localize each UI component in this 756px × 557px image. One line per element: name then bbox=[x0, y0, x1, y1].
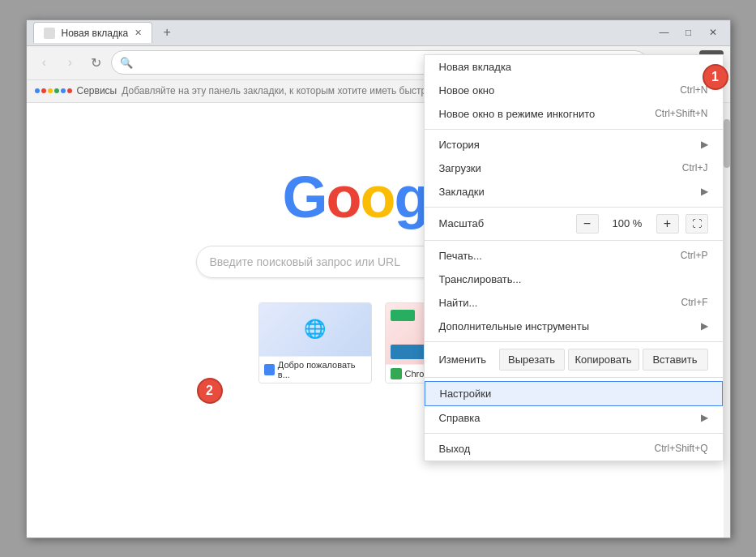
back-button[interactable]: ‹ bbox=[33, 51, 56, 74]
annotation-1: 1 bbox=[703, 64, 728, 90]
reload-button[interactable]: ↻ bbox=[85, 51, 108, 74]
menu-item-incognito-label: Новое окно в режиме инкогнито bbox=[439, 108, 596, 120]
bookmarks-bar-message: Добавляйте на эту панель закладки, к кот… bbox=[122, 85, 434, 96]
menu-item-print-shortcut: Ctrl+P bbox=[681, 250, 708, 261]
tab-close-button[interactable]: ✕ bbox=[135, 28, 142, 38]
edit-label: Изменить bbox=[439, 353, 496, 366]
zoom-in-button[interactable]: + bbox=[656, 214, 679, 234]
new-tab-button[interactable]: + bbox=[156, 24, 178, 41]
menu-item-more-tools-label: Дополнительные инструменты bbox=[439, 320, 590, 332]
scrollbar[interactable] bbox=[724, 103, 730, 538]
menu-item-more-tools[interactable]: Дополнительные инструменты ▶ bbox=[425, 315, 723, 338]
menu-item-new-window[interactable]: Новое окно Ctrl+N bbox=[425, 79, 723, 102]
chrome-dropdown-menu: Новая вкладка Новое окно Ctrl+N Новое ок… bbox=[424, 54, 724, 461]
search-placeholder: Введите поисковый запрос или URL bbox=[210, 255, 400, 268]
services-label[interactable]: Сервисы bbox=[77, 85, 117, 96]
menu-divider-3 bbox=[425, 240, 723, 241]
menu-divider-6 bbox=[425, 433, 723, 434]
menu-item-exit[interactable]: Выход Ctrl+Shift+Q bbox=[425, 437, 723, 461]
menu-item-more-tools-arrow: ▶ bbox=[701, 320, 708, 332]
menu-item-cast[interactable]: Транслировать... bbox=[425, 268, 723, 291]
thumbnail-welcome[interactable]: 🌐 Добро пожаловать в... bbox=[258, 302, 372, 383]
menu-item-new-tab[interactable]: Новая вкладка bbox=[425, 55, 723, 79]
services-icon bbox=[35, 88, 72, 93]
logo-o2: o bbox=[360, 165, 394, 229]
menu-item-exit-shortcut: Ctrl+Shift+Q bbox=[654, 443, 707, 454]
menu-item-incognito[interactable]: Новое окно в режиме инкогнито Ctrl+Shift… bbox=[425, 102, 723, 126]
menu-divider-2 bbox=[425, 207, 723, 208]
paste-button[interactable]: Вставить bbox=[643, 349, 708, 371]
close-button[interactable]: ✕ bbox=[703, 24, 724, 41]
menu-item-settings-label: Настройки bbox=[440, 388, 492, 400]
forward-button[interactable]: › bbox=[59, 51, 82, 74]
menu-item-help[interactable]: Справка ▶ bbox=[425, 406, 723, 430]
minimize-button[interactable]: — bbox=[654, 24, 675, 41]
menu-item-exit-label: Выход bbox=[439, 443, 471, 455]
menu-divider-4 bbox=[425, 341, 723, 342]
menu-item-history[interactable]: История ▶ bbox=[425, 133, 723, 156]
menu-item-settings[interactable]: Настройки bbox=[425, 381, 723, 406]
menu-divider-1 bbox=[425, 129, 723, 130]
menu-item-cast-label: Транслировать... bbox=[439, 273, 522, 285]
menu-item-help-arrow: ▶ bbox=[701, 412, 708, 423]
menu-edit-row: Изменить Вырезать Копировать Вставить bbox=[425, 345, 723, 374]
tab-favicon bbox=[44, 28, 55, 39]
thumbnail-welcome-img: 🌐 bbox=[259, 303, 371, 356]
browser-window: Новая вкладка ✕ + — □ ✕ ‹ › ↻ 🔍 ☆ 👤 ⋮ bbox=[26, 19, 731, 538]
zoom-label: Масштаб bbox=[439, 217, 570, 229]
menu-item-new-window-shortcut: Ctrl+N bbox=[680, 84, 707, 96]
menu-item-bookmarks[interactable]: Закладки ▶ bbox=[425, 180, 723, 204]
menu-item-incognito-shortcut: Ctrl+Shift+N bbox=[655, 108, 707, 119]
menu-item-help-label: Справка bbox=[439, 412, 481, 424]
cut-button[interactable]: Вырезать bbox=[499, 349, 565, 371]
menu-item-print[interactable]: Печать... Ctrl+P bbox=[425, 244, 723, 268]
menu-divider-5 bbox=[425, 377, 723, 378]
window-controls: — □ ✕ bbox=[654, 24, 724, 41]
menu-zoom-row: Масштаб − 100 % + ⛶ bbox=[425, 211, 723, 237]
welcome-thumb-icon bbox=[264, 364, 275, 375]
annotation-2: 2 bbox=[197, 378, 223, 404]
menu-item-find-shortcut: Ctrl+F bbox=[681, 297, 708, 308]
menu-item-downloads[interactable]: Загрузки Ctrl+J bbox=[425, 156, 723, 180]
logo-o1: o bbox=[327, 165, 361, 229]
titlebar: Новая вкладка ✕ + — □ ✕ bbox=[27, 20, 730, 46]
menu-item-find-label: Найти... bbox=[439, 297, 478, 309]
thumbnail-welcome-text: Добро пожаловать в... bbox=[278, 360, 366, 379]
zoom-value: 100 % bbox=[605, 217, 650, 229]
maximize-button[interactable]: □ bbox=[678, 24, 699, 41]
zoom-out-button[interactable]: − bbox=[576, 214, 599, 234]
browser-tab[interactable]: Новая вкладка ✕ bbox=[33, 22, 153, 43]
menu-item-new-tab-label: Новая вкладка bbox=[439, 61, 512, 73]
copy-button[interactable]: Копировать bbox=[568, 349, 639, 371]
menu-item-history-arrow: ▶ bbox=[701, 139, 708, 150]
menu-item-find[interactable]: Найти... Ctrl+F bbox=[425, 291, 723, 315]
menu-item-downloads-label: Загрузки bbox=[439, 162, 481, 174]
webstore-thumb-icon bbox=[391, 368, 402, 379]
menu-item-bookmarks-label: Закладки bbox=[439, 186, 485, 198]
logo-g: G bbox=[282, 165, 326, 229]
tab-label: Новая вкладка bbox=[62, 28, 129, 39]
menu-item-history-label: История bbox=[439, 139, 480, 151]
thumbnail-welcome-label: Добро пожаловать в... bbox=[259, 356, 371, 383]
zoom-fullscreen-button[interactable]: ⛶ bbox=[686, 214, 708, 234]
search-icon: 🔍 bbox=[120, 57, 133, 69]
menu-item-print-label: Печать... bbox=[439, 250, 482, 262]
menu-item-bookmarks-arrow: ▶ bbox=[701, 186, 708, 197]
scrollbar-thumb[interactable] bbox=[724, 119, 730, 168]
menu-item-downloads-shortcut: Ctrl+J bbox=[682, 162, 708, 174]
menu-item-new-window-label: Новое окно bbox=[439, 84, 495, 96]
